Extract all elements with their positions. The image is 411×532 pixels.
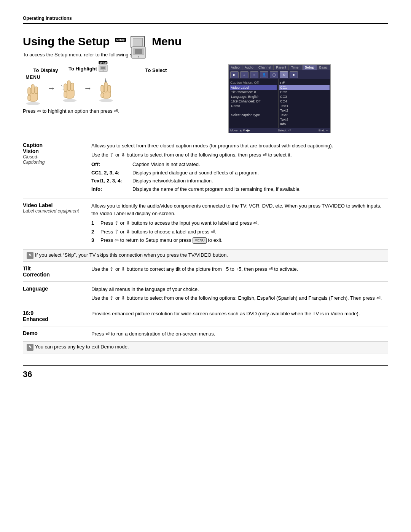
step-desc-3: Press ⇦ to return to Setup menu or press… [100, 236, 223, 244]
ss-right-cc1: CC1 [279, 85, 330, 90]
tilt-term: TiltCorrection [23, 265, 91, 278]
ss-select-label: Select: ⏎ [278, 129, 291, 132]
def-cc: CC1, 2, 3, 4: Displays printed dialogue … [91, 169, 388, 177]
ss-icon-3: ≡ [250, 71, 258, 78]
def-info-desc: Displays the name of the current program… [132, 185, 388, 193]
ss-icon-1: ▶ [230, 71, 239, 78]
press-hint: Press ⇦ to highlight an option then pres… [23, 108, 221, 114]
video-label-sub: Label connected equipment [23, 208, 85, 214]
169-main: 16:9Enhanced [23, 310, 85, 322]
display-step: MENU [23, 75, 43, 105]
tab-timer: Timer [289, 65, 303, 70]
def-text: Text1, 2, 3, 4: Displays network/station… [91, 177, 388, 185]
def-info-term: Info: [91, 185, 129, 193]
svg-rect-12 [35, 87, 38, 94]
169-row: 16:9Enhanced Provides enhanced picture r… [23, 306, 388, 326]
language-p1: Display all menus in the language of you… [91, 286, 388, 293]
ss-icon-2: ♫ [240, 71, 249, 78]
demo-note-text: You can press any key to exit Demo mode. [35, 344, 129, 351]
ss-item-tilt: Tilt Correction: 0 [230, 90, 277, 94]
svg-rect-2 [135, 49, 142, 54]
ss-right-text3: Text3 [279, 113, 330, 117]
page-number: 36 [23, 365, 388, 379]
ss-item-videolabel: Video Label [230, 85, 277, 90]
ss-item-select-type: Select caption type [230, 113, 277, 117]
setup-icon [131, 36, 145, 48]
steps-area: To Display To Highlight Setup [23, 64, 388, 133]
def-off-desc: Caption Vision is not activated. [132, 161, 388, 168]
video-label-main: Video Label [23, 202, 85, 208]
ss-right-cc4: CC4 [279, 99, 330, 104]
svg-rect-27 [101, 93, 104, 97]
ss-item-demo: Demo [230, 104, 277, 108]
169-term: 16:9Enhanced [23, 310, 91, 322]
caption-vision-desc: Allows you to select from three closed c… [91, 142, 388, 194]
def-cc-term: CC1, 2, 3, 4: [91, 169, 129, 177]
hand-icon-3 [96, 78, 116, 102]
svg-rect-18 [71, 83, 74, 91]
video-label-note-text: If you select “Skip”, your TV skips this… [35, 252, 228, 259]
video-label-row: Video Label Label connected equipment Al… [23, 198, 388, 250]
video-label-step2: 2 Press ⇧ or ⇩ buttons to choose a label… [91, 228, 388, 236]
caption-vision-row: CaptionVision Closed-Captioning Allows y… [23, 138, 388, 198]
hand-icon-1 [23, 81, 43, 105]
ss-right-text2: Text2 [279, 108, 330, 113]
svg-rect-13 [28, 95, 31, 101]
def-off: Off: Caption Vision is not activated. [91, 161, 388, 168]
caption-vision-term: CaptionVision Closed-Captioning [23, 142, 91, 194]
step-desc-2: Press ⇧ or ⇩ buttons to choose a label a… [100, 228, 217, 236]
ss-icon-6: ⚙ [280, 71, 288, 78]
demo-note-row: ✎ You can press any key to exit Demo mod… [23, 342, 388, 353]
hand-icon-2 [59, 78, 80, 102]
header-bar: Operating Instructions [23, 15, 388, 24]
169-p1: Provides enhanced picture resolution for… [91, 310, 388, 318]
demo-p1: Press ⏎ to run a demonstration of the on… [91, 330, 388, 338]
step-desc-1: Press ⇧ or ⇩ buttons to access the input… [100, 219, 259, 227]
page-container: Operating Instructions Using the Setup S… [0, 0, 411, 532]
ss-icon-4: 👤 [260, 71, 268, 78]
demo-row: Demo Press ⏎ to run a demonstration of t… [23, 326, 388, 342]
tilt-p1: Use the ⇧ or ⇩ buttons to correct any ti… [91, 265, 388, 273]
ss-bottom-bar: Move: ▲▼◀▶ Select: ⏎ End: ← [229, 128, 330, 133]
caption-vision-p2: Use the ⇧ or ⇩ buttons to select from on… [91, 151, 388, 159]
content-table: CaptionVision Closed-Captioning Allows y… [23, 138, 388, 353]
svg-rect-10 [31, 85, 34, 94]
video-label-p1: Allows you to identify the audio/video c… [91, 202, 388, 217]
svg-rect-25 [101, 85, 104, 92]
tab-setup: Setup [303, 65, 317, 70]
svg-rect-16 [67, 81, 70, 91]
note-icon-1: ✎ [27, 252, 33, 259]
page-title: Using the Setup Setup Menu [23, 35, 388, 48]
ss-icon-5: ◯ [270, 71, 278, 78]
ss-left-list: Caption Vision: Off Video Label Tilt Cor… [229, 79, 278, 128]
title-suffix: Menu [152, 35, 182, 48]
ss-move-label: Move: ▲▼◀▶ [230, 129, 250, 132]
select-label: To Select [129, 67, 183, 73]
svg-point-14 [63, 99, 76, 102]
svg-rect-26 [108, 85, 111, 92]
169-desc: Provides enhanced picture resolution for… [91, 310, 388, 322]
video-label-step3: 3 Press ⇦ to return to Setup menu or pre… [91, 236, 388, 244]
svg-point-22 [99, 99, 113, 102]
highlight-label: To Highlight Setup [68, 64, 129, 73]
step-num-3: 3 [91, 236, 97, 244]
video-label-note-row: ✎ If you select “Skip”, your TV skips th… [23, 250, 388, 262]
title-prefix: Using the Setup [23, 35, 110, 48]
tab-channel: Channel [256, 65, 274, 70]
video-label-desc: Allows you to identify the audio/video c… [91, 202, 388, 246]
tilt-main: TiltCorrection [23, 265, 85, 278]
steps-icons-row: MENU → [23, 75, 221, 105]
caption-vision-main: CaptionVision [23, 142, 85, 154]
def-text-term: Text1, 2, 3, 4: [91, 177, 129, 185]
tab-basic: Basic [317, 65, 330, 70]
demo-term: Demo [23, 330, 91, 338]
ss-icon-7: ■ [290, 71, 298, 78]
video-label-step1: 1 Press ⇧ or ⇩ buttons to access the inp… [91, 219, 388, 227]
def-off-term: Off: [91, 161, 129, 168]
ss-item-blank [230, 108, 277, 113]
video-label-term: Video Label Label connected equipment [23, 202, 91, 246]
ss-item-169: 16:9 Enhanced: Off [230, 99, 277, 104]
screenshot-tabs: Video Audio Channel Parent Timer Setup B… [229, 65, 330, 70]
def-cc-desc: Displays printed dialogue and sound effe… [132, 169, 388, 177]
tab-video: Video [229, 65, 242, 70]
